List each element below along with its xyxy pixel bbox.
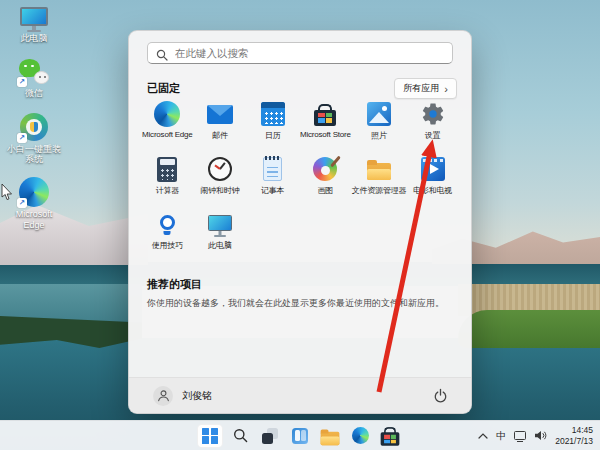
- folder-icon: [366, 156, 392, 182]
- desktop-icon-this-pc[interactable]: 此电脑: [6, 2, 62, 43]
- calculator-icon: [154, 156, 180, 182]
- user-profile-button[interactable]: 刘俊铭: [147, 383, 218, 409]
- widgets-button[interactable]: [287, 424, 313, 448]
- search-icon: [156, 47, 168, 65]
- taskbar: 中 14:45 2021/7/13: [0, 420, 600, 450]
- pinned-section-header: 已固定 所有应用 ›: [147, 78, 457, 99]
- wallpaper-grass: [458, 310, 600, 348]
- start-menu-footer: 刘俊铭: [129, 377, 471, 413]
- app-settings[interactable]: 设置: [406, 101, 459, 149]
- lightbulb-icon: [154, 211, 180, 237]
- app-calendar[interactable]: 日历: [246, 101, 299, 149]
- xiaobai-icon: [19, 113, 49, 141]
- power-button[interactable]: [427, 383, 453, 409]
- settings-gear-icon: [420, 101, 446, 127]
- search-icon: [233, 428, 248, 443]
- app-movies-tv[interactable]: 电影和电视: [406, 156, 459, 204]
- edge-icon: [352, 427, 369, 444]
- start-search: [147, 42, 453, 64]
- taskbar-search-button[interactable]: [227, 424, 253, 448]
- shortcut-arrow-icon: [17, 77, 27, 87]
- desktop-icon-label: 此电脑: [21, 33, 48, 43]
- store-button[interactable]: [377, 424, 403, 448]
- app-alarms-clock[interactable]: 闹钟和时钟: [194, 156, 247, 204]
- edge-icon: [154, 101, 180, 127]
- taskbar-center-icons: [197, 421, 403, 450]
- app-tips[interactable]: 使用技巧: [141, 211, 194, 259]
- user-avatar-icon: [153, 386, 173, 406]
- clock-time: 14:45: [555, 425, 593, 436]
- start-menu: 已固定 所有应用 › Microsoft Edge 邮件 日历 Microsof…: [128, 30, 472, 414]
- clock-icon: [207, 156, 233, 182]
- app-calculator[interactable]: 计算器: [141, 156, 194, 204]
- user-name: 刘俊铭: [182, 389, 212, 403]
- movies-tv-icon: [420, 156, 446, 182]
- monitor-icon: [207, 211, 233, 237]
- chevron-right-icon: ›: [444, 85, 448, 93]
- app-microsoft-edge[interactable]: Microsoft Edge: [141, 101, 194, 149]
- desktop-icon-label: 小白一键重装系统: [6, 144, 62, 165]
- app-mail[interactable]: 邮件: [194, 101, 247, 149]
- search-input[interactable]: [147, 42, 453, 64]
- desktop-icon-xiaobai[interactable]: 小白一键重装系统: [6, 113, 62, 165]
- volume-icon[interactable]: [534, 430, 547, 441]
- windows-logo-icon: [202, 428, 218, 444]
- app-photos[interactable]: 照片: [352, 101, 407, 149]
- all-apps-label: 所有应用: [403, 82, 439, 95]
- ime-indicator[interactable]: 中: [496, 429, 506, 443]
- file-explorer-button[interactable]: [317, 424, 343, 448]
- edge-icon: [19, 178, 49, 206]
- desktop-icon-edge[interactable]: Microsoft Edge: [6, 178, 62, 230]
- store-icon: [312, 101, 338, 127]
- this-pc-icon: [19, 2, 49, 30]
- pinned-label: 已固定: [147, 81, 180, 96]
- recommended-empty-text: 你使用的设备越多，我们就会在此处显示更多你最近使用的文件和新应用。: [147, 297, 451, 310]
- widgets-icon: [292, 428, 308, 444]
- tray-chevron-up-icon[interactable]: [478, 433, 488, 439]
- start-button[interactable]: [197, 424, 223, 448]
- app-notepad[interactable]: 记事本: [246, 156, 299, 204]
- app-microsoft-store[interactable]: Microsoft Store: [299, 101, 352, 149]
- task-view-button[interactable]: [257, 424, 283, 448]
- notepad-icon: [260, 156, 286, 182]
- shortcut-arrow-icon: [17, 198, 27, 208]
- taskbar-clock[interactable]: 14:45 2021/7/13: [555, 425, 595, 446]
- clock-date: 2021/7/13: [555, 436, 593, 447]
- desktop-icon-label: Microsoft Edge: [6, 209, 62, 230]
- folder-icon: [321, 431, 340, 444]
- network-icon[interactable]: [514, 431, 526, 440]
- calendar-icon: [260, 101, 286, 127]
- app-this-pc[interactable]: 此电脑: [194, 211, 247, 259]
- photos-icon: [366, 101, 392, 127]
- pinned-app-grid: Microsoft Edge 邮件 日历 Microsoft Store 照片 …: [141, 101, 459, 259]
- task-view-icon: [262, 428, 278, 444]
- edge-button[interactable]: [347, 424, 373, 448]
- all-apps-button[interactable]: 所有应用 ›: [394, 78, 457, 99]
- system-tray: 中 14:45 2021/7/13: [478, 421, 595, 450]
- desktop-icon-wechat[interactable]: 微信: [6, 57, 62, 98]
- app-file-explorer[interactable]: 文件资源管理器: [352, 156, 407, 204]
- paint-palette-icon: [312, 156, 338, 182]
- app-paint[interactable]: 画图: [299, 156, 352, 204]
- store-icon: [381, 432, 400, 446]
- recommended-label: 推荐的项目: [147, 277, 202, 292]
- desktop-icon-label: 微信: [25, 88, 43, 98]
- mail-icon: [207, 101, 233, 127]
- wechat-icon: [19, 57, 49, 85]
- shortcut-arrow-icon: [17, 133, 27, 143]
- desktop-icon-column: 此电脑 微信 小白一键重装系统 Microsoft Edge: [6, 2, 62, 230]
